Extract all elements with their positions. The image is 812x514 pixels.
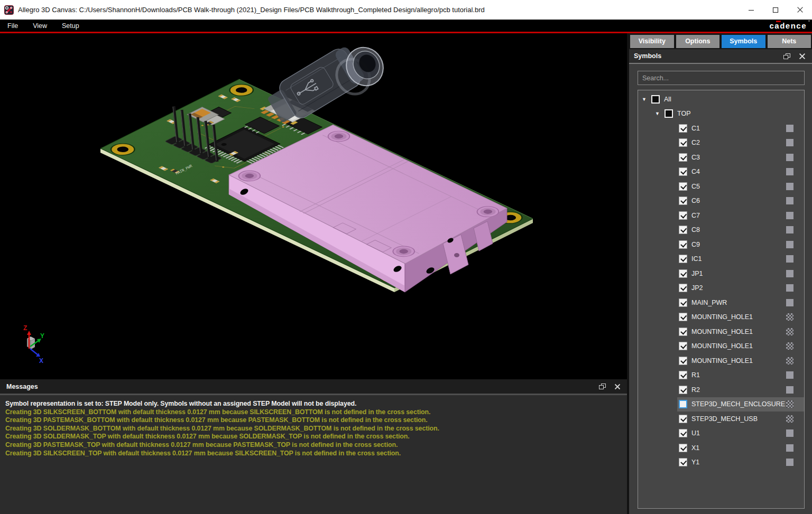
color-swatch-solid[interactable] (786, 241, 793, 248)
tree-row-c1[interactable]: C1 (638, 121, 804, 136)
checkbox-checked[interactable] (679, 298, 687, 307)
close-button[interactable] (788, 0, 812, 20)
messages-header[interactable]: Messages (0, 379, 627, 395)
tree-row-c4[interactable]: C4 (638, 165, 804, 180)
maximize-button[interactable] (763, 0, 788, 20)
checkbox-checked[interactable] (679, 197, 687, 205)
checkbox-checked[interactable] (679, 313, 687, 321)
checkbox-checked[interactable] (679, 328, 687, 336)
menu-item-view[interactable]: View (25, 22, 54, 30)
close-panel-icon[interactable] (614, 384, 621, 390)
color-swatch-hatch[interactable] (786, 313, 793, 321)
color-swatch-solid[interactable] (786, 212, 793, 219)
checkbox-checked[interactable] (679, 226, 687, 234)
tree-row-c5[interactable]: C5 (638, 179, 804, 194)
minimize-button[interactable] (739, 0, 763, 20)
tree-row-c3[interactable]: C3 (638, 150, 804, 165)
checkbox-checked[interactable] (679, 167, 687, 176)
tree-row-mounting-hole1[interactable]: MOUNTING_HOLE1 (638, 310, 804, 325)
color-swatch-solid[interactable] (786, 226, 793, 233)
checkbox-checked[interactable] (679, 269, 687, 278)
color-swatch-hatch[interactable] (786, 415, 793, 423)
tree-row-mounting-hole1[interactable]: MOUNTING_HOLE1 (638, 353, 804, 368)
color-swatch-solid[interactable] (786, 270, 793, 277)
chevron-down-icon[interactable]: ▼ (642, 97, 651, 102)
tab-visibility[interactable]: Visibility (630, 35, 674, 48)
checkbox-checked[interactable] (679, 458, 687, 466)
tree-row-ic1[interactable]: IC1 (638, 252, 804, 267)
title-bar[interactable]: Allegro 3D Canvas: C:/Users/ShannonH/Dow… (0, 0, 812, 20)
tab-nets[interactable]: Nets (768, 35, 811, 48)
color-swatch-solid[interactable] (786, 183, 793, 190)
color-swatch-solid[interactable] (786, 429, 793, 437)
checkbox-partial[interactable] (651, 95, 660, 104)
color-swatch-solid[interactable] (786, 386, 793, 394)
close-panel-icon[interactable] (799, 53, 806, 60)
tree-row-u1[interactable]: U1 (638, 426, 804, 441)
checkbox-checked[interactable] (679, 371, 687, 379)
search-input[interactable] (638, 71, 805, 85)
tree-row-y1[interactable]: Y1 (638, 455, 804, 470)
tree-row-mounting-hole1[interactable]: MOUNTING_HOLE1 (638, 324, 804, 339)
color-swatch-solid[interactable] (786, 125, 793, 132)
color-swatch-solid[interactable] (786, 139, 793, 146)
float-panel-icon[interactable] (783, 53, 790, 59)
color-swatch-solid[interactable] (786, 197, 793, 204)
checkbox-checked[interactable] (679, 124, 687, 133)
tree-row-c7[interactable]: C7 (638, 208, 804, 223)
color-swatch-solid[interactable] (786, 154, 793, 161)
checkbox-checked[interactable] (679, 386, 687, 394)
tree-row-step3d-mech-enclosure[interactable]: STEP3D_MECH_ENCLOSURE (638, 397, 804, 412)
message-line-warning: Creating 3D SILKSCREEN_TOP with default … (5, 450, 622, 458)
tree-row-x1[interactable]: X1 (638, 441, 804, 455)
menu-item-file[interactable]: File (0, 22, 25, 30)
tree-row-top[interactable]: ▼TOP (638, 107, 804, 122)
tree-row-c8[interactable]: C8 (638, 223, 804, 238)
tree-row-mounting-hole1[interactable]: MOUNTING_HOLE1 (638, 339, 804, 354)
color-swatch-hatch[interactable] (786, 342, 793, 350)
checkbox-checked[interactable] (679, 138, 687, 147)
checkbox-checked[interactable] (679, 240, 687, 249)
menu-item-setup[interactable]: Setup (54, 22, 87, 30)
3d-canvas[interactable]: MAIN_PWR (0, 33, 627, 379)
tree-row-step3d-mech-usb[interactable]: STEP3D_MECH_USB (638, 412, 804, 426)
tree-row-jp2[interactable]: JP2 (638, 281, 804, 296)
tab-options[interactable]: Options (676, 35, 720, 48)
color-swatch-solid[interactable] (786, 459, 793, 466)
checkbox-checked[interactable] (679, 444, 687, 452)
tree-row-c6[interactable]: C6 (638, 194, 804, 209)
tree-item-label: C1 (691, 125, 700, 132)
checkbox-checked[interactable] (679, 284, 687, 292)
tab-symbols[interactable]: Symbols (722, 35, 765, 48)
color-swatch-hatch[interactable] (786, 328, 793, 335)
tree-row-r1[interactable]: R1 (638, 368, 804, 383)
checkbox-checked[interactable] (679, 357, 687, 365)
checkbox-checked[interactable] (679, 153, 687, 162)
checkbox-checked[interactable] (679, 429, 687, 437)
color-swatch-solid[interactable] (786, 371, 793, 379)
color-swatch-solid[interactable] (786, 284, 793, 292)
tree-row-r2[interactable]: R2 (638, 382, 804, 397)
symbols-panel-header[interactable]: Symbols (629, 49, 812, 64)
color-swatch-solid[interactable] (786, 255, 793, 263)
checkbox-checked[interactable] (679, 211, 687, 220)
float-panel-icon[interactable] (599, 384, 606, 389)
tree-row-all[interactable]: ▼All (638, 92, 804, 107)
tree-row-c9[interactable]: C9 (638, 237, 804, 252)
color-swatch-hatch[interactable] (786, 400, 793, 408)
checkbox-checked[interactable] (679, 415, 687, 423)
checkbox-checked[interactable] (679, 182, 687, 191)
tree-row-c2[interactable]: C2 (638, 136, 804, 151)
chevron-down-icon[interactable]: ▼ (655, 111, 665, 116)
color-swatch-solid[interactable] (786, 444, 793, 452)
tree-row-jp1[interactable]: JP1 (638, 266, 804, 281)
checkbox-partial[interactable] (665, 109, 673, 118)
color-swatch-solid[interactable] (786, 168, 793, 175)
tree-row-main-pwr[interactable]: MAIN_PWR (638, 295, 804, 310)
tree-item-label: MAIN_PWR (691, 299, 727, 306)
checkbox-checked[interactable] (679, 342, 687, 350)
color-swatch-solid[interactable] (786, 299, 793, 306)
color-swatch-hatch[interactable] (786, 357, 793, 365)
checkbox-checked[interactable] (679, 255, 687, 263)
checkbox-unchecked[interactable] (679, 400, 687, 408)
